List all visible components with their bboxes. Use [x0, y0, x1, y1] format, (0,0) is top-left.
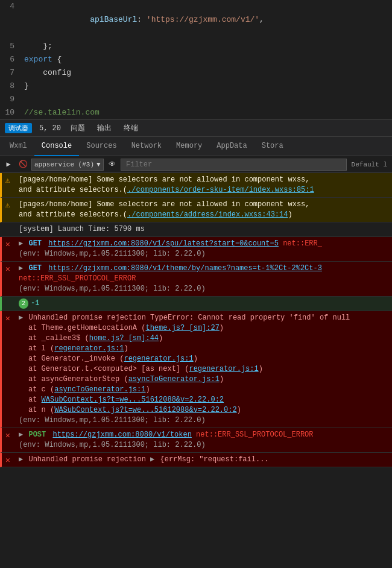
trace-link-4[interactable]: regenerator.js:1	[124, 355, 193, 363]
cursor-position: 5, 20	[39, 124, 61, 133]
get-url-2[interactable]: https://gzjxmm.com:8080/v1/theme/by/name…	[48, 264, 322, 273]
error-icon-1: ✕	[5, 239, 10, 250]
error-icon-4: ✕	[5, 431, 10, 441]
tab-storage[interactable]: Stora	[254, 137, 291, 156]
get-url-1[interactable]: https://gzjxmm.com:8080/v1/spu/latest?st…	[48, 239, 279, 248]
number-value: -1	[31, 298, 39, 309]
code-line-9: 9	[0, 93, 392, 106]
expand-3[interactable]: ▶	[19, 314, 23, 322]
debugger-label: 调试器	[5, 123, 32, 133]
play-button[interactable]: ▶	[2, 159, 14, 171]
console-toolbar: ▶ 🚫 appservice (#3) ▼ 👁 Default l	[0, 156, 392, 173]
warn-message-2: ⚠ [pages/home/home] Some selectors are n…	[0, 198, 392, 222]
error-icon-3: ✕	[5, 314, 10, 324]
trace-link-6[interactable]: asyncToGenerator.js:1	[128, 375, 220, 383]
toolbar: 调试器 5, 20 问题 输出 终端	[0, 120, 392, 137]
code-editor: 4 apiBaseUrl: 'https://gzjxmm.com/v1/', …	[0, 0, 392, 120]
system-launch-msg: [system] Launch Time: 5790 ms	[0, 222, 392, 237]
clear-button[interactable]: 🚫	[17, 159, 29, 171]
filter-input[interactable]	[121, 159, 347, 171]
tab-appdata[interactable]: AppData	[209, 137, 254, 156]
code-line-6: 6 export {	[0, 53, 392, 66]
warn-message-1: ⚠ [pages/home/home] Some selectors are n…	[0, 173, 392, 198]
trace-link-9[interactable]: WASubContext.js?t=we...51612088&v=2.22.0…	[54, 406, 236, 414]
post-url[interactable]: https://gzjxmm.com:8080/v1/token	[52, 431, 191, 439]
warn-link-1[interactable]: ./components/order-sku-item/index.wxss:8…	[127, 186, 314, 194]
devtools-tabs: Wxml Console Sources Network Memory AppD…	[0, 137, 392, 156]
trace-link-5[interactable]: regenerator.js:1	[189, 365, 258, 373]
eye-button[interactable]: 👁	[106, 159, 118, 171]
console-area: ⚠ [pages/home/home] Some selectors are n…	[0, 173, 392, 467]
warn-icon-2: ⚠	[5, 200, 10, 210]
count-badge: 2	[19, 298, 28, 309]
trace-link-8[interactable]: WASubContext.js?t=we...51612088&v=2.22.0…	[42, 396, 224, 404]
trace-link-1[interactable]: theme.js?_[sm]:27	[145, 324, 219, 332]
service-select[interactable]: appservice (#3) ▼	[31, 159, 104, 171]
error-icon-2: ✕	[5, 264, 10, 274]
error-more: ✕ ▶ Unhandled promise rejection ▶ {errMs…	[0, 453, 392, 467]
expand-4[interactable]: ▶	[19, 431, 23, 439]
tab-sources[interactable]: Sources	[79, 137, 124, 156]
code-line-8: 8 }	[0, 80, 392, 93]
terminal-tab[interactable]: 终端	[121, 122, 141, 134]
tab-network[interactable]: Network	[124, 137, 169, 156]
warn-link-2[interactable]: ./components/address/index.wxss:43:14	[127, 210, 288, 219]
promise-rejection: ✕ ▶ Unhandled promise rejection TypeErro…	[0, 311, 392, 428]
default-level: Default l	[349, 161, 390, 168]
code-line-4: 4 apiBaseUrl: 'https://gzjxmm.com/v1/',	[0, 0, 392, 40]
code-line-7: 7 config	[0, 66, 392, 80]
code-line-5: 5 };	[0, 40, 392, 53]
error-get-1: ✕ ▶ GET https://gzjxmm.com:8080/v1/spu/l…	[0, 237, 392, 262]
problems-tab[interactable]: 问题	[68, 122, 87, 134]
trace-link-3[interactable]: regenerator.js:1	[54, 344, 124, 353]
expand-obj[interactable]: ▶	[150, 455, 154, 464]
trace-link-2[interactable]: home.js?_[sm]:44	[89, 334, 159, 342]
tab-memory[interactable]: Memory	[169, 137, 209, 156]
warn-icon-1: ⚠	[5, 175, 10, 186]
expand-1[interactable]: ▶	[19, 239, 23, 248]
expand-5[interactable]: ▶	[19, 455, 23, 464]
number-output: 2 -1	[0, 297, 392, 311]
expand-2[interactable]: ▶	[19, 264, 23, 273]
tab-wxml[interactable]: Wxml	[2, 137, 34, 156]
error-get-2: ✕ ▶ GET https://gzjxmm.com:8080/v1/theme…	[0, 262, 392, 297]
output-tab[interactable]: 输出	[95, 122, 114, 134]
error-post: ✕ ▶ POST https://gzjxmm.com:8080/v1/toke…	[0, 428, 392, 453]
code-line-10: 10 //se.talelin.com	[0, 106, 392, 119]
trace-link-7[interactable]: asyncToGenerator.js:1	[54, 385, 145, 394]
error-icon-5: ✕	[5, 455, 10, 465]
tab-console[interactable]: Console	[34, 137, 79, 156]
